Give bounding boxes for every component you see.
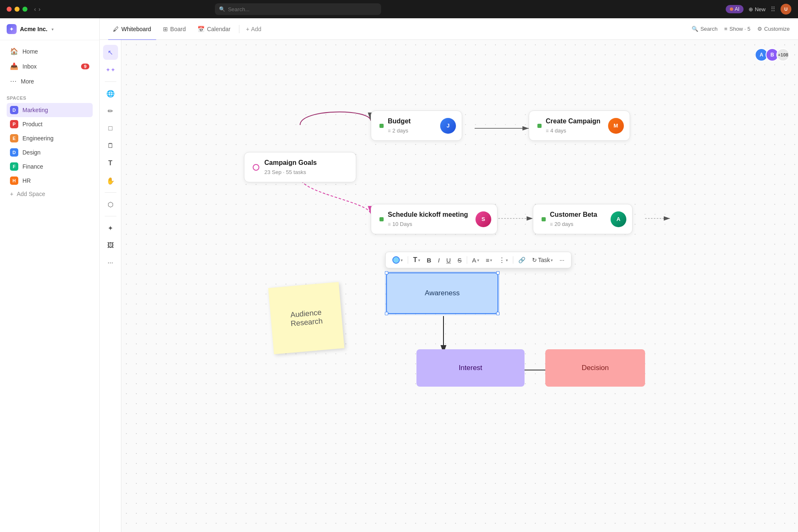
minimize-button[interactable]	[15, 7, 20, 12]
more-tools-button[interactable]: ···	[103, 255, 118, 270]
pencil-tool[interactable]: ✏	[103, 103, 118, 118]
design-label: Design	[22, 149, 41, 156]
schedule-kickoff-node[interactable]: Schedule kickoff meeting ≡ 10 Days S	[371, 204, 498, 234]
square-tool[interactable]: □	[103, 121, 118, 136]
sidebar-item-product[interactable]: P Product	[7, 117, 93, 131]
top-tabs: 🖊 Whiteboard ⊞ Board 📅 Calendar + Add 🔍 …	[100, 18, 798, 40]
collaborator-avatar-more: +108	[776, 48, 790, 61]
awareness-shape[interactable]: Awareness	[386, 272, 498, 314]
budget-title: Budget	[388, 118, 411, 125]
sticky-tool[interactable]: 🗒	[103, 138, 118, 153]
underline-button[interactable]: U	[444, 255, 453, 265]
hand-tool[interactable]: ✋	[103, 173, 118, 188]
search-button[interactable]: 🔍 Search	[692, 26, 717, 32]
search-input[interactable]	[228, 6, 377, 12]
tab-divider	[239, 25, 239, 33]
add-space-button[interactable]: + Add Space	[7, 188, 93, 200]
font-color-button[interactable]: A ▾	[470, 255, 482, 265]
link-button[interactable]: 🔗	[516, 255, 528, 265]
titlebar-right: AI ⊕ New ⠿ U	[726, 4, 791, 15]
sidebar-item-marketing[interactable]: D Marketing	[7, 103, 93, 117]
spaces-label: Spaces	[7, 96, 93, 101]
tab-calendar[interactable]: 📅 Calendar	[192, 23, 236, 35]
create-campaign-title: Create Campaign	[546, 118, 601, 125]
text-chevron-icon: ▾	[418, 258, 420, 262]
grid-icon[interactable]: ⠿	[771, 5, 776, 13]
sparkle-tool[interactable]: ✦	[103, 221, 118, 235]
sidebar-item-inbox[interactable]: 📥 Inbox 9	[3, 59, 96, 74]
color-picker-button[interactable]: ▾	[390, 255, 405, 265]
tool-separator-3	[105, 216, 116, 216]
back-button[interactable]: ‹	[34, 6, 36, 12]
logo-icon: ✦	[7, 24, 17, 34]
tab-add-label: Add	[251, 26, 261, 32]
handle-br[interactable]	[496, 312, 500, 315]
cursor-tool[interactable]: ↖	[103, 45, 118, 60]
inbox-icon: 📥	[10, 62, 18, 70]
handle-tr[interactable]	[496, 271, 500, 275]
strikethrough-label: S	[458, 257, 462, 264]
list-button[interactable]: ⋮ ▾	[496, 255, 510, 265]
format-toolbar: ▾ T ▾ B I U	[385, 252, 571, 268]
sidebar-item-design[interactable]: D Design	[7, 145, 93, 159]
color-circle-icon	[392, 256, 400, 264]
image-tool[interactable]: 🖼	[103, 238, 118, 253]
ai-button[interactable]: AI	[726, 5, 744, 13]
maximize-button[interactable]	[22, 7, 27, 12]
handle-tl[interactable]	[385, 271, 388, 275]
show-button[interactable]: ≡ Show · 5	[724, 26, 750, 32]
more-icon: ⋯	[10, 77, 17, 85]
budget-node[interactable]: Budget ≡ 2 days J	[371, 110, 462, 141]
user-avatar[interactable]: U	[781, 4, 791, 15]
canvas[interactable]: A B +108	[121, 40, 798, 532]
campaign-goals-node[interactable]: Campaign Goals 23 Sep · 55 tasks	[244, 152, 356, 182]
sidebar-item-hr[interactable]: H HR	[7, 174, 93, 188]
task-icon: ↻	[532, 257, 537, 263]
customize-button[interactable]: ⚙ Customize	[757, 26, 790, 32]
globe-tool[interactable]: 🌐	[103, 86, 118, 101]
tab-add-button[interactable]: + Add	[243, 23, 265, 35]
close-button[interactable]	[7, 7, 12, 12]
tab-whiteboard[interactable]: 🖊 Whiteboard	[108, 23, 156, 35]
more-format-button[interactable]: ···	[557, 255, 567, 265]
customer-beta-node[interactable]: Customer Beta ≡ 20 days A	[533, 204, 633, 234]
whiteboard-tab-label: Whiteboard	[121, 26, 151, 32]
workspace-name: Acme Inc.	[20, 26, 47, 32]
magic-tool[interactable]: ✦✦	[103, 62, 118, 77]
sidebar-item-home[interactable]: 🏠 Home	[3, 44, 96, 59]
task-button[interactable]: ↻ Task ▾	[530, 255, 555, 265]
sidebar-header: ✦ Acme Inc. ▾	[0, 18, 99, 40]
budget-meta: ≡ 2 days	[388, 127, 411, 134]
board-tab-icon: ⊞	[163, 26, 168, 32]
tab-board[interactable]: ⊞ Board	[158, 23, 191, 35]
text-label: T	[413, 256, 417, 264]
forward-button[interactable]: ›	[39, 6, 41, 12]
titlebar-search[interactable]: 🔍	[215, 3, 381, 15]
workspace-chevron-icon: ▾	[52, 27, 54, 32]
handle-bl[interactable]	[385, 312, 388, 315]
strikethrough-button[interactable]: S	[455, 255, 464, 265]
sidebar-item-engineering[interactable]: E Engineering	[7, 131, 93, 145]
network-tool[interactable]: ⬡	[103, 197, 118, 212]
customer-beta-meta: ≡ 20 days	[550, 221, 597, 227]
bold-button[interactable]: B	[424, 255, 434, 265]
more-format-icon: ···	[559, 257, 564, 263]
new-button[interactable]: ⊕ New	[749, 6, 766, 12]
create-campaign-node[interactable]: Create Campaign ≡ 4 days M	[529, 110, 630, 141]
audience-research-sticky[interactable]: Audience Research	[268, 282, 344, 354]
sidebar-item-finance[interactable]: F Finance	[7, 159, 93, 174]
align-button[interactable]: ≡ ▾	[483, 255, 495, 265]
italic-button[interactable]: I	[436, 255, 442, 265]
decision-shape[interactable]: Decision	[545, 349, 645, 387]
interest-shape[interactable]: Interest	[416, 349, 525, 387]
sidebar: ✦ Acme Inc. ▾ 🏠 Home 📥 Inbox 9 ⋯ More Sp…	[0, 18, 100, 532]
color-chevron-icon: ▾	[401, 258, 403, 262]
create-campaign-status-icon	[537, 124, 542, 128]
sidebar-item-more[interactable]: ⋯ More	[3, 74, 96, 88]
text-size-button[interactable]: T ▾	[411, 255, 423, 265]
text-tool[interactable]: T	[103, 156, 118, 171]
plus-icon: ⊕	[749, 6, 753, 12]
board-tab-label: Board	[170, 26, 186, 32]
whiteboard-area: ↖ ✦✦ 🌐 ✏ □ 🗒 T ✋ ⬡ ✦ 🖼 ··· A	[100, 40, 798, 532]
align-label: ≡	[486, 257, 490, 264]
